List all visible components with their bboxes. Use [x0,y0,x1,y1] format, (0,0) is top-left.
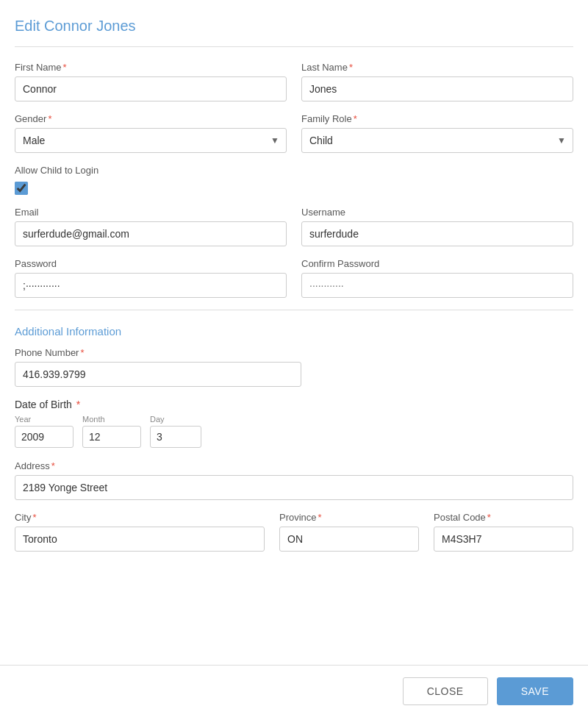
dob-day-input[interactable] [150,426,201,448]
city-required: * [32,512,36,523]
last-name-col: Last Name* [301,62,573,101]
confirm-password-input[interactable] [301,273,573,298]
phone-label: Phone Number* [15,347,85,358]
email-col: Email [15,207,287,246]
city-province-postal-row: City* Province* Postal Code* [15,512,573,552]
first-name-col: First Name* [15,62,287,101]
postal-code-required: * [487,512,491,523]
confirm-password-col: Confirm Password [301,258,573,298]
gender-label: Gender* [15,113,287,124]
allow-child-login-checkbox[interactable] [15,182,28,195]
gender-col: Gender* Male Female Other ▼ [15,113,287,153]
close-button[interactable]: CLOSE [403,677,488,705]
dob-section: Date of Birth * Year Month Day [15,399,573,448]
first-name-label: First Name* [15,62,287,73]
dob-month-label: Month [82,415,141,424]
gender-select[interactable]: Male Female Other [15,128,287,153]
last-name-input[interactable] [301,76,573,101]
username-label: Username [301,207,573,218]
password-col: Password [15,258,287,298]
province-input[interactable] [279,527,419,552]
username-col: Username [301,207,573,246]
city-label: City* [15,512,265,523]
page-container: Edit Connor Jones First Name* Last Name* [0,0,588,717]
postal-code-col: Postal Code* [434,512,573,552]
name-row: First Name* Last Name* [15,62,573,101]
dob-year-label: Year [15,415,74,424]
dob-year-input[interactable] [15,426,74,448]
family-role-col: Family Role* Child Parent Guardian ▼ [301,113,573,153]
divider-top [15,46,573,47]
username-input[interactable] [301,221,573,246]
family-role-select[interactable]: Child Parent Guardian [301,128,573,153]
address-label: Address* [15,460,55,471]
divider-middle [15,310,573,310]
family-role-required: * [354,113,357,124]
phone-required: * [80,347,84,358]
dob-month-field: Month [82,415,141,448]
allow-child-login-label: Allow Child to Login [15,165,573,176]
first-name-input[interactable] [15,76,287,101]
additional-info-heading: Additional Information [15,325,573,338]
dob-day-label: Day [150,415,201,424]
confirm-password-label: Confirm Password [301,258,573,269]
dob-year-field: Year [15,415,74,448]
password-input[interactable] [15,273,287,298]
allow-child-login-section: Allow Child to Login [15,165,573,195]
save-button[interactable]: SAVE [497,677,573,705]
last-name-label: Last Name* [301,62,573,73]
phone-section: Phone Number* [15,346,573,387]
first-name-required: * [63,62,67,73]
dob-month-input[interactable] [82,426,141,448]
page-title: Edit Connor Jones [15,18,573,35]
email-input[interactable] [15,221,287,246]
dob-day-field: Day [150,415,201,448]
phone-input-wrapper [15,362,301,387]
email-username-row: Email Username [15,207,573,246]
postal-code-input[interactable] [434,527,573,552]
address-section: Address* [15,460,573,500]
gender-required: * [48,113,51,124]
dob-row: Year Month Day [15,415,573,448]
gender-select-wrapper: Male Female Other ▼ [15,128,287,153]
dob-required: * [76,399,80,410]
email-label: Email [15,207,287,218]
province-label: Province* [279,512,419,523]
password-row: Password Confirm Password [15,258,573,298]
phone-input[interactable] [15,362,301,387]
city-input[interactable] [15,527,265,552]
province-required: * [318,512,322,523]
form-area: Edit Connor Jones First Name* Last Name* [0,0,588,665]
gender-role-row: Gender* Male Female Other ▼ Family Role* [15,113,573,153]
family-role-label: Family Role* [301,113,573,124]
address-input[interactable] [15,475,573,500]
password-label: Password [15,258,287,269]
footer-bar: CLOSE SAVE [0,665,588,717]
dob-label-row: Date of Birth * [15,399,573,410]
address-required: * [51,460,55,471]
dob-label: Date of Birth [15,399,72,410]
last-name-required: * [349,62,353,73]
city-col: City* [15,512,265,552]
checkbox-wrapper [15,182,573,195]
family-role-select-wrapper: Child Parent Guardian ▼ [301,128,573,153]
postal-code-label: Postal Code* [434,512,573,523]
province-col: Province* [279,512,419,552]
